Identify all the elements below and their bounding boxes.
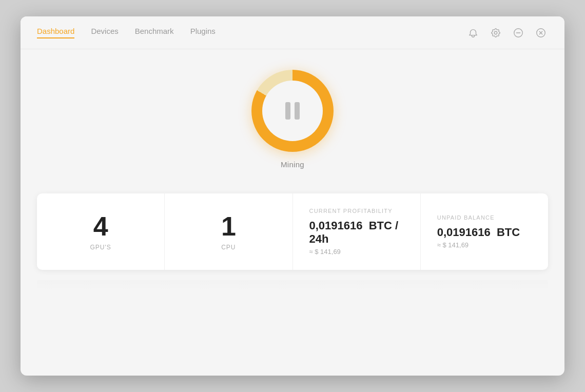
nav-benchmark[interactable]: Benchmark xyxy=(135,27,174,38)
balance-title: UNPAID BALANCE xyxy=(437,214,495,221)
pause-bar-left xyxy=(285,102,290,120)
balance-btc-value: 0,0191616 xyxy=(437,226,491,239)
mining-section: Mining xyxy=(251,70,334,169)
profitability-title: CURRENT PROFITABILITY xyxy=(309,208,393,214)
bell-icon[interactable] xyxy=(466,26,480,40)
mining-ring-inner xyxy=(262,81,323,141)
pause-bar-right xyxy=(295,102,300,120)
cpu-label: CPU xyxy=(221,244,236,251)
nav-bar: Dashboard Devices Benchmark Plugins xyxy=(21,16,564,49)
cpu-stat-card: 1 CPU xyxy=(165,193,292,270)
mining-button-wrapper xyxy=(251,70,334,152)
balance-btc-unit: BTC xyxy=(497,226,520,239)
stats-row: 4 GPU'S 1 CPU CURRENT PROFITABILITY 0,01… xyxy=(37,193,548,270)
settings-icon[interactable] xyxy=(489,26,503,40)
profitability-card: CURRENT PROFITABILITY 0,0191616 BTC / 24… xyxy=(293,193,421,270)
settings-svg xyxy=(490,27,501,38)
bottom-hint xyxy=(37,280,548,290)
close-icon[interactable] xyxy=(534,26,548,40)
svg-point-0 xyxy=(494,31,497,34)
bell-svg xyxy=(467,27,479,38)
balance-card: UNPAID BALANCE 0,0191616 BTC ≈ $ 141,69 xyxy=(421,193,548,270)
main-content: Mining 4 GPU'S 1 CPU CURRENT PROFITABILI… xyxy=(21,49,564,376)
minimize-icon[interactable] xyxy=(511,26,525,40)
minimize-svg xyxy=(513,27,524,38)
gpu-count: 4 xyxy=(93,213,108,240)
gpu-label: GPU'S xyxy=(90,244,111,251)
gpu-stat-card: 4 GPU'S xyxy=(37,193,165,270)
profitability-btc: 0,0191616 BTC / 24h xyxy=(309,219,404,246)
nav-plugins[interactable]: Plugins xyxy=(190,27,216,38)
nav-left: Dashboard Devices Benchmark Plugins xyxy=(37,27,216,38)
close-svg xyxy=(535,27,547,38)
cpu-count: 1 xyxy=(221,213,236,240)
nav-devices[interactable]: Devices xyxy=(91,27,118,38)
mining-button[interactable] xyxy=(251,70,334,152)
nav-dashboard[interactable]: Dashboard xyxy=(37,27,74,38)
profitability-usd: ≈ $ 141,69 xyxy=(309,248,341,256)
mining-label: Mining xyxy=(281,160,304,169)
profitability-btc-value: 0,0191616 xyxy=(309,219,363,232)
balance-btc: 0,0191616 BTC xyxy=(437,226,520,239)
balance-usd: ≈ $ 141,69 xyxy=(437,241,469,249)
pause-icon xyxy=(285,102,300,120)
nav-right xyxy=(466,26,548,40)
app-window: Dashboard Devices Benchmark Plugins xyxy=(21,16,564,376)
